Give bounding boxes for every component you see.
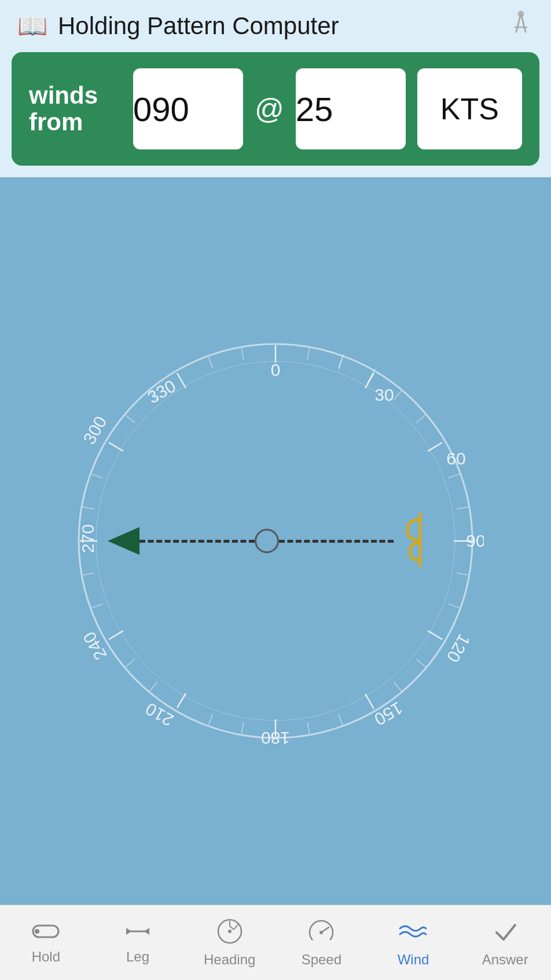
svg-line-45 [208, 714, 212, 725]
svg-line-10 [428, 443, 442, 451]
svg-line-40 [417, 659, 425, 667]
svg-marker-60 [126, 928, 131, 935]
tab-wind[interactable]: Wind [368, 905, 460, 980]
svg-line-44 [241, 722, 243, 734]
app-header: 📖 Holding Pattern Computer [0, 0, 551, 52]
svg-line-32 [307, 348, 309, 360]
svg-line-26 [109, 443, 123, 451]
svg-text:180: 180 [261, 729, 290, 748]
svg-text:240: 240 [79, 628, 111, 663]
svg-line-51 [91, 474, 102, 478]
tab-answer[interactable]: Answer [459, 905, 551, 980]
svg-point-58 [35, 929, 39, 934]
tab-hold[interactable]: Hold [0, 905, 92, 980]
tab-heading[interactable]: Heading [183, 905, 276, 980]
wind-speed-input[interactable]: 25 [296, 68, 406, 149]
app-title: Holding Pattern Computer [58, 12, 339, 40]
wind-input-card: winds from 090 @ 25 KTS [12, 52, 539, 166]
at-symbol: @ [255, 92, 284, 126]
hold-icon [31, 921, 60, 945]
svg-line-30 [339, 354, 344, 370]
speed-icon [307, 918, 336, 948]
svg-text:60: 60 [446, 449, 465, 468]
svg-line-52 [126, 415, 134, 423]
compass-container: 0 30 60 90 120 150 180 210 240 [67, 332, 484, 749]
tab-leg-label: Leg [126, 949, 149, 965]
svg-marker-61 [144, 928, 149, 935]
tab-speed-label: Speed [302, 952, 341, 968]
tab-bar: Hold Leg Heading [0, 905, 551, 980]
compass-area: 0 30 60 90 120 150 180 210 240 [0, 177, 551, 905]
svg-line-49 [83, 573, 94, 575]
svg-line-35 [417, 415, 425, 423]
wind-card-wrapper: winds from 090 @ 25 KTS [0, 52, 551, 177]
wind-center-dot [255, 529, 279, 553]
wind-direction-line [108, 540, 443, 542]
svg-text:330: 330 [144, 376, 179, 407]
heading-icon [215, 918, 244, 948]
svg-line-8 [365, 373, 374, 388]
wind-direction-input[interactable]: 090 [133, 68, 243, 149]
tab-wind-label: Wind [398, 952, 429, 968]
wind-barb-icon [397, 508, 443, 574]
svg-line-37 [457, 507, 468, 509]
wind-tab-icon [397, 918, 429, 948]
svg-line-48 [91, 604, 102, 608]
svg-line-50 [83, 507, 94, 509]
svg-line-46 [150, 682, 157, 691]
svg-text:90: 90 [466, 531, 484, 550]
svg-text:30: 30 [374, 385, 394, 404]
svg-text:210: 210 [142, 699, 177, 730]
svg-line-55 [241, 348, 243, 360]
svg-line-65 [230, 926, 234, 930]
answer-icon [491, 918, 520, 948]
drafting-compass-icon[interactable] [508, 11, 534, 42]
wind-arrow-icon [108, 527, 139, 555]
svg-text:150: 150 [371, 699, 406, 730]
svg-line-41 [394, 682, 401, 691]
svg-text:270: 270 [78, 524, 97, 553]
svg-line-47 [126, 659, 134, 667]
svg-line-31 [368, 368, 375, 385]
svg-point-68 [319, 931, 323, 934]
svg-line-42 [339, 714, 343, 725]
svg-line-33 [339, 357, 343, 368]
svg-text:0: 0 [271, 360, 281, 379]
svg-line-66 [234, 924, 238, 930]
svg-line-16 [365, 694, 374, 709]
svg-point-63 [228, 930, 232, 933]
tab-answer-label: Answer [482, 952, 528, 968]
svg-line-38 [457, 573, 468, 575]
wind-unit-display[interactable]: KTS [417, 68, 522, 149]
header-left: 📖 Holding Pattern Computer [17, 12, 339, 40]
dashed-line-right [279, 540, 394, 543]
dashed-line-left [139, 540, 255, 543]
svg-line-36 [449, 474, 460, 478]
book-icon[interactable]: 📖 [17, 14, 47, 38]
leg-icon [123, 921, 152, 945]
svg-line-20 [177, 693, 186, 708]
tab-speed[interactable]: Speed [276, 905, 368, 980]
svg-line-39 [449, 604, 460, 608]
svg-line-43 [307, 722, 309, 734]
svg-line-22 [109, 631, 123, 639]
svg-line-54 [208, 357, 212, 368]
svg-line-34 [394, 391, 401, 400]
svg-line-28 [177, 373, 186, 388]
svg-line-14 [428, 631, 442, 639]
tab-heading-label: Heading [204, 952, 255, 968]
tab-hold-label: Hold [32, 949, 60, 965]
winds-from-label: winds from [29, 82, 122, 136]
tab-leg[interactable]: Leg [92, 905, 184, 980]
